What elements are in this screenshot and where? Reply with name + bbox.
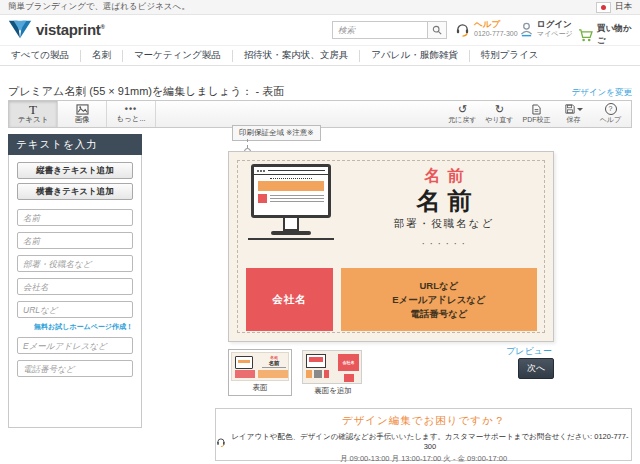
front-page-thumbnail[interactable]: 名前 名前 表面 (228, 349, 292, 396)
dotted-divider (270, 178, 312, 179)
red-square-graphic (258, 194, 267, 203)
headset-icon (455, 22, 470, 37)
nav-item-all-products[interactable]: すべての製品 (0, 49, 80, 62)
business-card-canvas[interactable]: 名前 名前 部署・役職名など ・・・・・・ 会社名 URLなど Eメールアドレス… (228, 151, 554, 342)
toolbar-help-button[interactable]: ? ヘルプ (592, 103, 629, 125)
login-label: ログイン (537, 20, 573, 29)
design-help-title: デザイン編集でお困りですか？ (216, 414, 631, 428)
nav-item-invitations-stationery[interactable]: 招待状・案内状、文房具 (233, 49, 360, 62)
search-bar (332, 21, 447, 39)
monitor-screen (251, 164, 331, 218)
japan-flag-icon (596, 2, 611, 13)
search-input[interactable] (332, 21, 427, 39)
nav-item-special-price[interactable]: 特別プライス (470, 49, 550, 62)
phone-field[interactable] (17, 360, 133, 377)
help-contact-link[interactable]: ヘルプ 0120-777-300 (455, 20, 518, 38)
text-panel-title: テキストを入力 (8, 134, 142, 155)
company-name-block[interactable]: 会社名 (246, 268, 333, 331)
nav-item-marketing[interactable]: マーケティング製品 (123, 49, 232, 62)
ground-line (248, 238, 334, 240)
cart-label: 買い物かご (597, 23, 640, 47)
locale-label: 日本 (615, 1, 632, 13)
text-panel-body: 縦書きテキスト追加 横書きテキスト追加 無料お試しホームページ作成！ (8, 155, 142, 428)
search-button[interactable] (427, 21, 447, 39)
editor-toolbar: T テキスト 画像 ••• もっと... ↺ 元に戻す ↻ やり直す (8, 100, 632, 128)
user-icon (520, 22, 533, 37)
mini-desk-items (306, 370, 329, 378)
redo-icon: ↻ (481, 103, 518, 115)
nav-item-apparel[interactable]: アパレル・服飾雑貨 (360, 49, 468, 62)
email-line[interactable]: Eメールアドレスなど (392, 293, 486, 307)
top-utility-bar: 簡単ブランディングで、選ばれるビジネスへ。 日本 (0, 0, 640, 15)
name-main-text[interactable]: 名前 (347, 187, 541, 214)
undo-icon: ↺ (444, 103, 481, 115)
help-label: ヘルプ (474, 20, 518, 29)
page-title: プレミアム名刺 (55 × 91mm)を編集しましょう： - 表面 (8, 84, 284, 99)
text-tool-button[interactable]: T テキスト (9, 101, 58, 127)
text-tool-label: テキスト (18, 115, 49, 125)
text-tool-icon: T (29, 104, 37, 115)
company-name-field[interactable] (17, 278, 133, 295)
save-floppy-icon (565, 104, 575, 114)
print-safe-area-tab[interactable]: 印刷保証全域 ※注意※ (232, 125, 321, 141)
mini-company-block (235, 370, 255, 378)
change-design-link[interactable]: デザインを変更 (572, 87, 633, 99)
more-tools-button[interactable]: ••• もっと... (107, 101, 156, 127)
support-hours: 月 09:00-13:00 月 13:00-17:00 火 - 金 09:00-… (216, 454, 631, 464)
add-horizontal-text-button[interactable]: 横書きテキスト追加 (17, 183, 133, 200)
contact-info-block[interactable]: URLなど Eメールアドレスなど 電話番号など (341, 268, 537, 331)
free-website-trial-link[interactable]: 無料お試しホームページ作成！ (17, 322, 133, 332)
email-field[interactable] (17, 337, 133, 354)
save-label: 保存 (567, 116, 581, 123)
pdf-proof-button[interactable]: PDF校正 (518, 103, 555, 125)
back-thumbnail-preview: 会社名 (302, 350, 362, 384)
mypage-label: マイページ (537, 29, 573, 38)
toolbar-help-label: ヘルプ (600, 116, 622, 123)
image-tool-button[interactable]: 画像 (58, 101, 107, 127)
text-entry-panel: テキストを入力 縦書きテキスト追加 横書きテキスト追加 無料お試しホームページ作… (8, 134, 142, 428)
design-help-panel: デザイン編集でお困りですか？ レイアウトや配色、デザインの確認などお手伝いいたし… (215, 408, 632, 461)
cart-icon (578, 29, 593, 42)
preview-link[interactable]: プレビュー (472, 345, 552, 358)
header: vistaprint® ヘルプ 0120-777-300 (0, 15, 640, 45)
orange-banner-graphic (258, 181, 324, 191)
name-field-1[interactable] (17, 209, 133, 226)
front-page-label: 表面 (231, 383, 289, 393)
undo-label: 元に戻す (448, 116, 476, 123)
image-icon (76, 104, 89, 115)
mini-contact-block (258, 370, 289, 378)
front-thumbnail-preview: 名前 名前 (231, 352, 289, 381)
department-text[interactable]: 部署・役職名など (347, 217, 541, 231)
vistaprint-logo[interactable]: vistaprint® (8, 19, 105, 40)
dots-ornament: ・・・・・・ (347, 240, 541, 249)
ellipsis-icon: ••• (125, 104, 137, 114)
name-field-2[interactable] (17, 232, 133, 249)
monitor-base (271, 231, 311, 235)
name-text-group[interactable]: 名前 名前 部署・役職名など ・・・・・・ (347, 166, 541, 249)
design-help-message-row: レイアウトや配色、デザインの確認などお手伝いいたします。カスタマーサポートまでお… (216, 432, 631, 451)
nav-item-business-cards[interactable]: 名刺 (81, 49, 122, 62)
phone-line[interactable]: 電話番号など (410, 307, 467, 321)
cart-link[interactable]: 買い物かご (578, 23, 640, 47)
help-circle-icon: ? (605, 103, 617, 115)
vistaprint-editor-page: 簡単ブランディングで、選ばれるビジネスへ。 日本 vistaprint® (0, 0, 640, 464)
add-vertical-text-button[interactable]: 縦書きテキスト追加 (17, 162, 133, 179)
redo-button[interactable]: ↻ やり直す (481, 103, 518, 125)
next-button[interactable]: 次へ (518, 358, 554, 379)
add-back-label: 裏面を追加 (302, 386, 364, 396)
locale-selector[interactable]: 日本 (596, 1, 632, 13)
login-link[interactable]: ログイン マイページ (520, 20, 573, 38)
redo-label: やり直す (485, 116, 514, 123)
pdf-proof-label: PDF校正 (523, 116, 551, 123)
url-field[interactable] (17, 301, 133, 318)
name-accent-text[interactable]: 名前 (347, 166, 541, 187)
undo-button[interactable]: ↺ 元に戻す (444, 103, 481, 125)
mini-dept-line (262, 367, 286, 368)
add-back-page-thumbnail[interactable]: 会社名 裏面を追加 (302, 350, 364, 396)
mini-monitor-icon (235, 356, 253, 369)
logo-text: vistaprint® (36, 21, 105, 38)
department-title-field[interactable] (17, 255, 133, 272)
brand-tagline: 簡単ブランディングで、選ばれるビジネスへ。 (8, 1, 596, 13)
save-button[interactable]: 保存 (555, 103, 592, 125)
url-line[interactable]: URLなど (420, 279, 459, 293)
